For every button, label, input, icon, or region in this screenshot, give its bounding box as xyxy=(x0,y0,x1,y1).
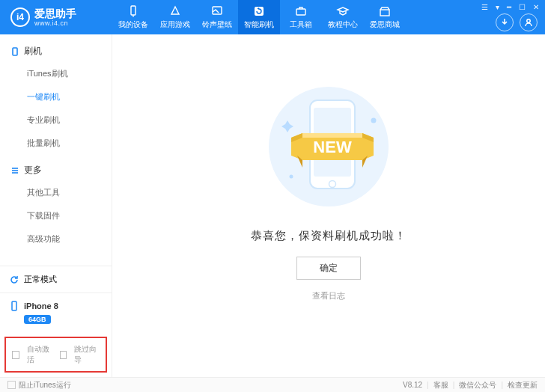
skip-guide-label: 跳过向导 xyxy=(74,344,100,365)
refresh-icon xyxy=(252,5,266,17)
tab-store[interactable]: 爱思商城 xyxy=(364,0,406,34)
tab-label: 爱思商城 xyxy=(370,19,400,30)
checkbox-block-itunes[interactable] xyxy=(7,381,16,389)
tab-label: 教程中心 xyxy=(328,19,358,30)
section-flash[interactable]: 刷机 xyxy=(0,40,112,62)
image-icon xyxy=(210,5,224,17)
graduation-icon xyxy=(336,5,350,17)
svg-point-14 xyxy=(290,175,293,179)
device-box[interactable]: iPhone 8 64GB xyxy=(0,293,112,332)
sidebar-item-download-fw[interactable]: 下载固件 xyxy=(0,204,112,227)
window-controls: ☰ ▾ ━ ☐ ✕ xyxy=(481,3,539,11)
sidebar: 刷机 iTunes刷机 一键刷机 专业刷机 批量刷机 更多 其他工具 下载固件 … xyxy=(0,34,112,377)
logo-icon: i4 xyxy=(10,7,30,27)
service-link[interactable]: 客服 xyxy=(433,380,448,391)
svg-rect-4 xyxy=(296,9,305,15)
svg-point-13 xyxy=(371,118,377,123)
footer: 阻止iTunes运行 V8.12 | 客服 | 微信公众号 | 检查更新 xyxy=(0,377,545,392)
mode-label: 正常模式 xyxy=(24,274,57,285)
phone-icon xyxy=(9,301,19,311)
sidebar-item-itunes-flash[interactable]: iTunes刷机 xyxy=(0,62,112,85)
update-link[interactable]: 检查更新 xyxy=(508,380,538,391)
list-icon xyxy=(10,166,19,175)
store-icon xyxy=(378,5,392,17)
download-icon[interactable] xyxy=(496,13,514,31)
hide-icon[interactable]: ▾ xyxy=(496,3,499,11)
version-label: V8.12 xyxy=(403,381,422,389)
user-icon[interactable] xyxy=(520,13,538,31)
svg-rect-0 xyxy=(131,6,136,15)
success-illustration-icon: NEW xyxy=(261,79,396,214)
svg-point-6 xyxy=(527,19,530,22)
logo-box: i4 爱思助手 www.i4.cn xyxy=(0,7,112,27)
tab-label: 我的设备 xyxy=(118,19,148,30)
apps-icon xyxy=(168,5,182,17)
section-title: 更多 xyxy=(24,164,42,177)
mode-box[interactable]: 正常模式 xyxy=(0,266,112,293)
section-more[interactable]: 更多 xyxy=(0,159,112,181)
highlighted-options: 自动激活 跳过向导 xyxy=(4,337,107,373)
device-name: iPhone 8 xyxy=(24,301,58,310)
view-log-link[interactable]: 查看日志 xyxy=(312,290,345,301)
tab-label: 应用游戏 xyxy=(160,19,190,30)
auto-activate-label: 自动激活 xyxy=(27,344,52,365)
sidebar-item-pro-flash[interactable]: 专业刷机 xyxy=(0,108,112,132)
block-itunes-label: 阻止iTunes运行 xyxy=(19,380,71,391)
minimize-icon[interactable]: ━ xyxy=(507,3,511,11)
top-tabs: 我的设备 应用游戏 铃声壁纸 智能刷机 工具箱 教程中心 爱思商城 xyxy=(112,0,545,34)
tab-flash[interactable]: 智能刷机 xyxy=(238,0,280,34)
tab-label: 铃声壁纸 xyxy=(202,19,232,30)
main-content: NEW 恭喜您，保资料刷机成功啦！ 确定 查看日志 xyxy=(112,34,545,377)
phone-icon xyxy=(127,5,140,17)
success-message: 恭喜您，保资料刷机成功啦！ xyxy=(251,229,407,243)
sidebar-item-batch-flash[interactable]: 批量刷机 xyxy=(0,132,112,155)
tab-ringtones[interactable]: 铃声壁纸 xyxy=(196,0,238,34)
tab-label: 智能刷机 xyxy=(244,19,274,30)
storage-badge: 64GB xyxy=(24,315,51,324)
svg-rect-5 xyxy=(380,10,389,16)
menu-icon[interactable]: ☰ xyxy=(481,3,488,11)
sidebar-item-advanced[interactable]: 高级功能 xyxy=(0,227,112,251)
tab-label: 工具箱 xyxy=(290,19,312,30)
tab-tutorials[interactable]: 教程中心 xyxy=(322,0,364,34)
sidebar-item-other-tools[interactable]: 其他工具 xyxy=(0,181,112,204)
brand-url: www.i4.cn xyxy=(34,20,76,27)
checkbox-skip-guide[interactable] xyxy=(60,351,67,359)
checkbox-auto-activate[interactable] xyxy=(12,351,19,359)
tab-apps[interactable]: 应用游戏 xyxy=(154,0,196,34)
maximize-icon[interactable]: ☐ xyxy=(519,3,526,11)
section-title: 刷机 xyxy=(24,45,42,58)
phone-icon xyxy=(10,47,19,56)
svg-rect-11 xyxy=(12,301,16,310)
confirm-button[interactable]: 确定 xyxy=(296,257,361,280)
tab-my-device[interactable]: 我的设备 xyxy=(112,0,154,34)
close-icon[interactable]: ✕ xyxy=(533,3,539,11)
brand-title: 爱思助手 xyxy=(34,8,76,19)
wechat-link[interactable]: 微信公众号 xyxy=(459,380,496,391)
titlebar: i4 爱思助手 www.i4.cn 我的设备 应用游戏 铃声壁纸 智能刷机 工具… xyxy=(0,0,545,34)
svg-rect-7 xyxy=(13,48,17,55)
tab-tools[interactable]: 工具箱 xyxy=(280,0,322,34)
sidebar-item-oneclick-flash[interactable]: 一键刷机 xyxy=(0,85,112,108)
toolbox-icon xyxy=(294,5,308,17)
refresh-icon xyxy=(9,275,19,285)
illus-text: NEW xyxy=(313,138,352,156)
